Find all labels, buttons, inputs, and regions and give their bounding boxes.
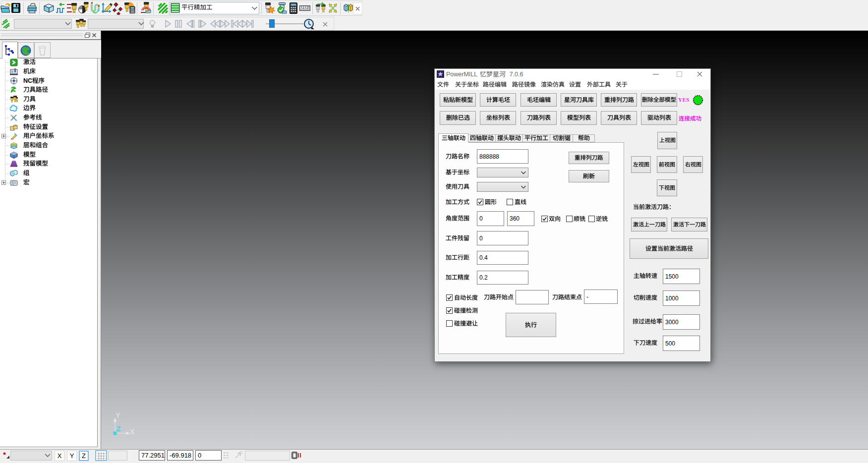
svg-text:X: X bbox=[130, 428, 135, 436]
svg-text:=: = bbox=[227, 457, 229, 460]
svg-text:Z: Z bbox=[116, 425, 121, 433]
svg-text:Y: Y bbox=[116, 411, 120, 419]
